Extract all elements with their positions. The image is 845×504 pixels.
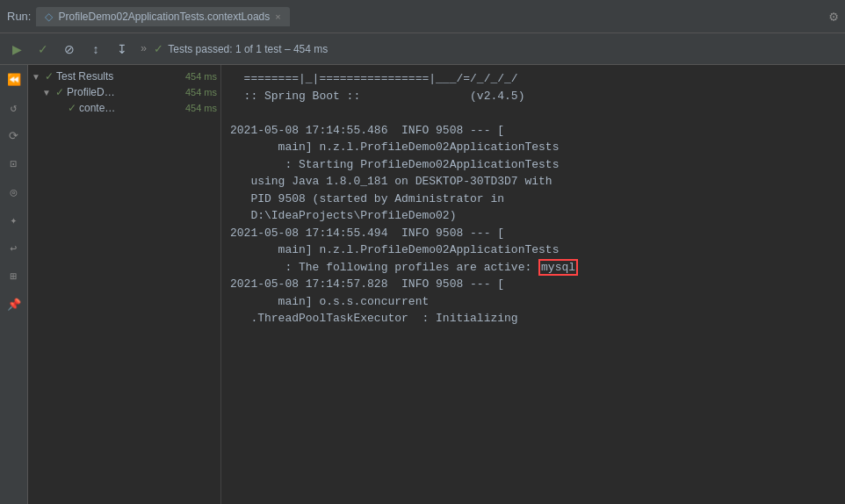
tree-check-method: ✓ (68, 102, 76, 114)
main-content: ⏪ ↺ ⟳ ⊡ ◎ ✦ ↩ ⊞ 📌 ▼ ✓ Test Results 454 m… (0, 65, 845, 504)
tab-close-icon[interactable]: × (275, 11, 280, 22)
gear-icon[interactable]: ⚙ (829, 8, 838, 25)
tests-passed-check-icon: ✓ (154, 42, 163, 55)
run-label: Run: (7, 10, 31, 23)
sidebar-icon-gear[interactable]: ✦ (3, 209, 25, 232)
stop-button[interactable]: ⊘ (58, 38, 81, 61)
tab-icon: ◇ (45, 11, 53, 23)
left-sidebar: ⏪ ↺ ⟳ ⊡ ◎ ✦ ↩ ⊞ 📌 (0, 65, 28, 504)
sidebar-icon-grid[interactable]: ⊞ (3, 265, 25, 288)
sidebar-icon-back[interactable]: ↩ (3, 237, 25, 260)
tree-item-root[interactable]: ▼ ✓ Test Results 454 ms (28, 68, 220, 84)
run-tab[interactable]: ◇ ProfileDemo02ApplicationTests.contextL… (36, 7, 289, 26)
mysql-highlight: mysql (538, 259, 578, 276)
tree-item-class[interactable]: ▼ ✓ ProfileD… 454 ms (28, 84, 220, 100)
tests-passed-text: Tests passed: 1 of 1 test – 454 ms (168, 43, 328, 55)
tree-label-class: ProfileD… (67, 86, 115, 98)
tree-arrow-class: ▼ (42, 88, 53, 97)
tab-label: ProfileDemo02ApplicationTests.contextLoa… (58, 11, 270, 23)
toolbar-ellipsis: » (141, 43, 147, 55)
sidebar-icon-camera[interactable]: ◎ (3, 181, 25, 204)
test-tree-panel: ▼ ✓ Test Results 454 ms ▼ ✓ ProfileD… 45… (28, 65, 221, 504)
tree-item-method[interactable]: ✓ conte… 454 ms (28, 100, 220, 116)
sort-asc-button[interactable]: ↕ (84, 38, 107, 61)
console-text: ========|_|================|___/=/_/_/_/… (230, 70, 836, 328)
tree-duration-method: 454 ms (185, 103, 217, 113)
tree-check-class: ✓ (55, 86, 64, 98)
sidebar-icon-1[interactable]: ↺ (3, 97, 25, 119)
tree-arrow-root: ▼ (32, 72, 42, 82)
tree-duration-root: 454 ms (185, 71, 217, 82)
check-button[interactable]: ✓ (32, 38, 54, 61)
toolbar: ▶ ✓ ⊘ ↕ ↧ » ✓ Tests passed: 1 of 1 test … (0, 33, 845, 65)
sidebar-icon-3[interactable]: ⊡ (3, 153, 25, 176)
top-bar: Run: ◇ ProfileDemo02ApplicationTests.con… (0, 0, 845, 33)
tree-label-method: conte… (79, 102, 115, 114)
sort-desc-button[interactable]: ↧ (111, 38, 134, 61)
tree-duration-class: 454 ms (185, 87, 217, 97)
tree-check-root: ✓ (45, 70, 54, 83)
tests-passed-status: ✓ Tests passed: 1 of 1 test – 454 ms (154, 42, 328, 55)
console-output[interactable]: ========|_|================|___/=/_/_/_/… (221, 65, 845, 504)
sidebar-icon-pin[interactable]: 📌 (3, 293, 25, 316)
play-button[interactable]: ▶ (5, 38, 28, 61)
sidebar-icon-2[interactable]: ⟳ (3, 125, 25, 148)
tree-label-root: Test Results (56, 70, 113, 83)
sidebar-icon-0[interactable]: ⏪ (3, 68, 25, 91)
